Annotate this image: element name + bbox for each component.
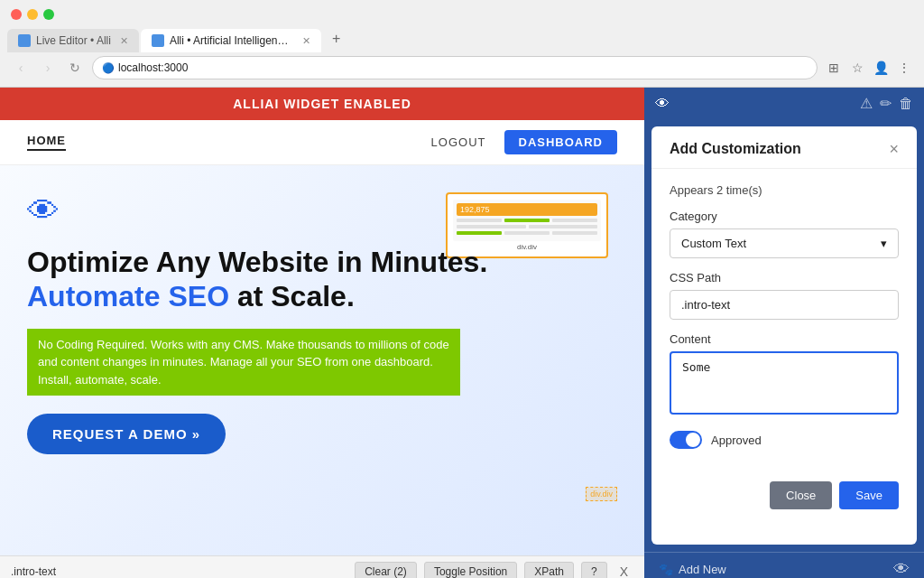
tab-live-editor[interactable]: Live Editor • Alli ✕ — [7, 29, 139, 52]
content-textarea[interactable]: Some — [670, 351, 899, 415]
tab-favicon-1 — [18, 34, 31, 47]
modal-body: Appears 2 time(s) Category Custom Text ▾… — [651, 169, 917, 481]
tab-bar: Live Editor • Alli ✕ Alli • Artificial I… — [0, 25, 924, 52]
new-tab-button[interactable]: + — [323, 25, 349, 52]
traffic-light-close[interactable] — [11, 9, 22, 20]
refresh-button[interactable]: ↻ — [65, 58, 85, 78]
hero-cta-button[interactable]: REQUEST A DEMO » — [27, 414, 226, 454]
category-label: Category — [670, 210, 899, 223]
browser-toolbar-icons: ⊞ ☆ 👤 ⋮ — [825, 59, 913, 77]
add-new-label: Add New — [679, 563, 726, 576]
help-button[interactable]: ? — [581, 562, 607, 579]
panel-header-bar: 👁 ⚠ ✏ 🗑 — [644, 88, 924, 119]
traffic-light-minimize[interactable] — [27, 9, 38, 20]
modal-save-btn[interactable]: Save — [839, 481, 899, 509]
category-chevron-icon: ▾ — [881, 237, 887, 250]
panel-warning-icon[interactable]: ⚠ — [860, 95, 873, 112]
site-nav-logout[interactable]: LOGOUT — [431, 135, 486, 149]
hero-subtitle: No Coding Required. Works with any CMS. … — [27, 329, 460, 396]
hero-section: 👁 Optimize Any Website in Minutes. Autom… — [0, 165, 644, 555]
back-button[interactable]: ‹ — [11, 58, 31, 78]
browser-chrome: Live Editor • Alli ✕ Alli • Artificial I… — [0, 0, 924, 88]
alliai-banner: ALLIAI WIDGET ENABLED — [0, 88, 644, 120]
category-selected-value: Custom Text — [681, 237, 746, 250]
address-text: localhost:3000 — [118, 61, 188, 74]
toggle-position-button[interactable]: Toggle Position — [424, 562, 517, 579]
modal-close-btn[interactable]: Close — [770, 481, 832, 509]
hero-logo: 👁 — [27, 192, 617, 230]
menu-icon[interactable]: ⋮ — [895, 59, 913, 77]
site-nav-home[interactable]: HOME — [27, 134, 66, 151]
modal-close-button[interactable]: × — [889, 141, 899, 157]
panel-header-icons: ⚠ ✏ 🗑 — [860, 95, 913, 112]
add-new-icon: 🐾 — [659, 563, 673, 576]
tab-label-1: Live Editor • Alli — [36, 34, 111, 47]
css-path-label: CSS Path — [670, 271, 899, 284]
appears-text: Appears 2 time(s) — [670, 183, 899, 197]
tab-alli[interactable]: Alli • Artificial Intelligence for ... ✕ — [141, 29, 321, 52]
tab-label-2: Alli • Artificial Intelligence for ... — [170, 34, 293, 47]
toggle-knob — [686, 433, 700, 447]
hero-title: Optimize Any Website in Minutes. Automat… — [27, 245, 617, 314]
panel-eye-icon[interactable]: 👁 — [655, 96, 670, 112]
banner-text: ALLIAI WIDGET ENABLED — [233, 97, 411, 111]
approved-toggle[interactable] — [670, 431, 702, 449]
modal-title: Add Customization — [670, 141, 801, 157]
tab-close-2[interactable]: ✕ — [302, 35, 310, 47]
profile-icon[interactable]: 👤 — [872, 59, 890, 77]
category-select[interactable]: Custom Text ▾ — [670, 228, 899, 258]
bottom-toolbar: .intro-text Clear (2) Toggle Position XP… — [0, 555, 644, 578]
site-nav: HOME LOGOUT DASHBOARD — [0, 120, 644, 165]
modal-header: Add Customization × — [651, 126, 917, 169]
approved-label: Approved — [711, 434, 762, 447]
brand-eye-icon: 👁 — [27, 192, 60, 230]
star-icon[interactable]: ☆ — [848, 59, 866, 77]
panel-bottom-eye-icon[interactable]: 👁 — [893, 560, 910, 578]
tab-close-1[interactable]: ✕ — [120, 35, 128, 47]
site-nav-dashboard[interactable]: DASHBOARD — [504, 130, 618, 154]
tab-favicon-2 — [152, 34, 164, 47]
hero-title-part1: Optimize Any Website in Minutes. — [27, 246, 487, 278]
xpath-button[interactable]: XPath — [524, 562, 574, 579]
modal-footer: Close Save — [651, 481, 917, 524]
hero-title-part2: at Scale. — [229, 280, 355, 312]
main-layout: ALLIAI WIDGET ENABLED HOME LOGOUT DASHBO… — [0, 88, 924, 578]
panel-bottom: 🐾 Add New 👁 — [644, 552, 924, 578]
extensions-icon[interactable]: ⊞ — [825, 59, 843, 77]
hero-title-blue: Automate SEO — [27, 280, 229, 312]
toolbar-css-path: .intro-text — [11, 565, 347, 578]
approved-row: Approved — [670, 431, 899, 449]
site-nav-right: LOGOUT DASHBOARD — [431, 130, 617, 154]
css-path-input[interactable] — [670, 290, 899, 320]
address-bar-row: ‹ › ↻ 🔵 localhost:3000 ⊞ ☆ 👤 ⋮ — [0, 52, 924, 87]
traffic-light-maximize[interactable] — [43, 9, 54, 20]
toolbar-close-button[interactable]: X — [614, 563, 633, 579]
hero-content: 👁 Optimize Any Website in Minutes. Autom… — [27, 192, 617, 555]
clear-button[interactable]: Clear (2) — [355, 562, 417, 579]
right-panel: 👁 ⚠ ✏ 🗑 Add Customization × Appears 2 ti… — [644, 88, 924, 578]
website-preview: ALLIAI WIDGET ENABLED HOME LOGOUT DASHBO… — [0, 88, 644, 578]
forward-button[interactable]: › — [38, 58, 58, 78]
content-label: Content — [670, 332, 899, 346]
panel-trash-icon[interactable]: 🗑 — [899, 96, 913, 112]
address-icon: 🔵 — [102, 62, 115, 74]
add-customization-modal: Add Customization × Appears 2 time(s) Ca… — [651, 126, 917, 545]
panel-pin-icon[interactable]: ✏ — [880, 95, 892, 112]
address-bar[interactable]: 🔵 localhost:3000 — [92, 56, 818, 79]
add-new-button[interactable]: 🐾 Add New — [659, 563, 726, 576]
